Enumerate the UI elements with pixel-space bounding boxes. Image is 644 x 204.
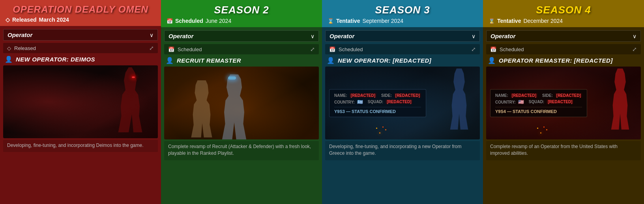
card-4-squad-field: SQUAD: [REDACTED] (529, 99, 574, 104)
card-1-image (3, 65, 158, 138)
card-1-status-row: ◇ Released March 2024 (6, 17, 155, 23)
card-4-description-text: Complete revamp of an Operator from the … (490, 144, 618, 156)
card-2-panel-status: 📅 Scheduled (168, 46, 202, 52)
card-2-expand-icon[interactable]: ⤢ (310, 46, 315, 52)
card-4-status-label: Tentative (497, 18, 521, 24)
card-operation-deadly-omen: OPERATION DEADLY OMEN ◇ Released March 2… (0, 0, 161, 204)
card-3-name-label: NAME: (334, 93, 347, 97)
card-4-expand-icon[interactable]: ⤢ (632, 46, 637, 52)
card-4-name-label: NAME: (495, 93, 508, 97)
card-1-operator-name: NEW OPERATOR: DEIMOS (16, 56, 95, 63)
card-2-header: SEASON 2 📅 Scheduled June 2024 (161, 0, 322, 27)
card-4-side-label: SIDE: (542, 93, 553, 97)
card-4-country-flag: 🇺🇸 (518, 99, 524, 104)
card-1-expand-icon[interactable]: ⤢ (149, 45, 154, 51)
card-1-chevron-icon: ∨ (150, 32, 154, 38)
card-3-panel-status: 📅 Scheduled (329, 46, 363, 52)
card-2-panel-status-icon: 📅 (168, 46, 174, 52)
card-4-redacted-row-2: COUNTRY: 🇺🇸 SQUAD: [REDACTED] (495, 99, 582, 104)
card-1-panel-status-icon: ◇ (7, 45, 11, 51)
card-1-description-text: Developing, fine-tuning, and incorporati… (7, 143, 144, 148)
card-3-status-bar: 📅 Scheduled ⤢ (325, 44, 480, 54)
card-3-operator-header[interactable]: Operator ∨ (326, 31, 479, 41)
card-3-operator-panel: Operator ∨ (325, 30, 480, 42)
card-3-operator-person-icon: 👤 (327, 57, 335, 64)
card-2-operator-name: RECRUIT REMASTER (177, 57, 241, 64)
card-3-status-confirmed: Y9S3 — STATUS CONFIRMED (334, 107, 421, 113)
card-1-panel-status-text: Released (14, 45, 36, 51)
card-3-panel-status-text: Scheduled (339, 46, 363, 52)
card-4-status-date: December 2024 (523, 18, 563, 24)
card-4-panel-status: 📅 Scheduled (490, 46, 524, 52)
card-4-name-value: [REDACTED] (511, 93, 537, 97)
card-4-panel-status-text: Scheduled (500, 46, 524, 52)
card-1-operator-person-icon: 👤 (5, 56, 13, 63)
card-1-status-label: Released (12, 17, 36, 23)
card-2-operator-label: Operator (168, 33, 193, 39)
card-1-eye-glow (132, 76, 135, 78)
card-2-status-row: 📅 Scheduled June 2024 (167, 18, 316, 24)
card-4-status-bar: 📅 Scheduled ⤢ (486, 44, 641, 54)
card-4-country-label: COUNTRY: (495, 100, 516, 104)
card-4-redacted-box: NAME: [REDACTED] SIDE: [REDACTED] COUNTR… (490, 89, 587, 117)
card-2-operator-name-row: 👤 RECRUIT REMASTER (164, 56, 319, 65)
card-2-title: SEASON 2 (167, 4, 316, 16)
card-season-4: SEASON 4 ⌛ Tentative December 2024 Opera… (483, 0, 644, 204)
card-1-panel-status: ◇ Released (7, 45, 36, 51)
card-2-status-label: Scheduled (175, 18, 203, 24)
card-3-side-value: [REDACTED] (394, 93, 421, 97)
card-2-operator-person-icon: 👤 (166, 57, 174, 64)
card-3-status-label: Tentative (336, 18, 360, 24)
card-1-header: OPERATION DEADLY OMEN ◇ Released March 2… (0, 0, 161, 26)
card-3-operator-name: NEW OPERATOR: [REDACTED] (338, 57, 431, 64)
card-2-operator-header[interactable]: Operator ∨ (165, 31, 318, 41)
card-3-squad-label: SQUAD: (368, 99, 383, 104)
card-4-side-field: SIDE: [REDACTED] (542, 93, 582, 97)
card-3-name-value: [REDACTED] (350, 93, 376, 97)
card-3-status-date: September 2024 (362, 18, 403, 24)
card-1-operator-label: Operator (7, 32, 32, 38)
card-2-description: Complete revamp of Recruit (Attacker & D… (164, 141, 319, 160)
card-3-redacted-row-2: COUNTRY: 🇬🇷 SQUAD: [REDACTED] (334, 99, 421, 104)
card-4-redacted-row-1: NAME: [REDACTED] SIDE: [REDACTED] (495, 93, 582, 97)
card-3-chevron-icon: ∨ (472, 33, 476, 39)
card-3-image: NAME: [REDACTED] SIDE: [REDACTED] COUNTR… (325, 67, 480, 139)
card-4-status-confirmed: Y9S4 — STATUS CONFIRMED (495, 107, 582, 113)
card-3-redacted-row-1: NAME: [REDACTED] SIDE: [REDACTED] (334, 93, 421, 97)
card-2-image (164, 67, 319, 139)
card-season-2: SEASON 2 📅 Scheduled June 2024 Operator … (161, 0, 322, 204)
card-4-status-icon: ⌛ (489, 18, 495, 24)
card-4-operator-header[interactable]: Operator ∨ (487, 31, 640, 41)
card-4-title: SEASON 4 (489, 4, 638, 16)
card-3-status-row: ⌛ Tentative September 2024 (328, 18, 477, 24)
card-3-panel-status-icon: 📅 (329, 46, 335, 52)
card-3-header: SEASON 3 ⌛ Tentative September 2024 (322, 0, 483, 27)
card-2-chevron-icon: ∨ (311, 33, 315, 39)
card-4-operator-panel: Operator ∨ (486, 30, 641, 42)
card-2-description-text: Complete revamp of Recruit (Attacker & D… (168, 144, 311, 156)
card-3-description-text: Developing, fine-tuning, and incorporati… (329, 144, 462, 156)
card-3-redacted-box: NAME: [REDACTED] SIDE: [REDACTED] COUNTR… (329, 89, 426, 117)
card-4-operator-person-icon: 👤 (488, 57, 496, 64)
card-1-status-bar: ◇ Released ⤢ (3, 43, 158, 53)
card-4-status-row: ⌛ Tentative December 2024 (489, 18, 638, 24)
card-2-panel-status-text: Scheduled (178, 46, 202, 52)
card-4-description: Complete revamp of an Operator from the … (486, 141, 641, 160)
card-3-expand-icon[interactable]: ⤢ (471, 46, 476, 52)
card-1-operator-panel: Operator ∨ (3, 29, 158, 41)
card-2-operator-panel: Operator ∨ (164, 30, 319, 42)
card-3-name-field: NAME: [REDACTED] (334, 93, 376, 97)
card-2-status-bar: 📅 Scheduled ⤢ (164, 44, 319, 54)
card-4-operator-label: Operator (490, 33, 515, 39)
card-4-squad-value: [REDACTED] (547, 99, 573, 104)
card-4-panel-status-icon: 📅 (490, 46, 496, 52)
card-1-operator-header[interactable]: Operator ∨ (4, 30, 157, 40)
card-4-operator-name: OPERATOR REMASTER: [REDACTED] (499, 57, 613, 64)
card-4-squad-label: SQUAD: (529, 99, 544, 104)
card-3-description: Developing, fine-tuning, and incorporati… (325, 141, 480, 160)
card-3-side-label: SIDE: (381, 93, 392, 97)
card-3-squad-field: SQUAD: [REDACTED] (368, 99, 413, 104)
card-1-status-icon: ◇ (6, 17, 10, 23)
card-4-image: NAME: [REDACTED] SIDE: [REDACTED] COUNTR… (486, 67, 641, 139)
card-2-goggle-glow (228, 76, 236, 80)
